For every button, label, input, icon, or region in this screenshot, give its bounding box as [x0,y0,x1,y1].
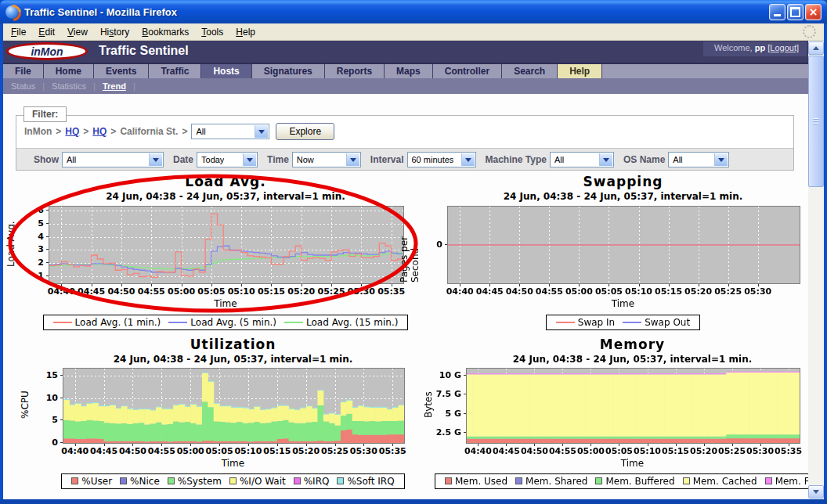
close-icon: × [809,6,818,17]
explore-button[interactable]: Explore [276,123,334,140]
tab-maps[interactable]: Maps [385,64,433,78]
chart-legend: Mem. UsedMem. SharedMem. BufferedMem. Ca… [435,473,808,489]
scroll-down-button[interactable] [808,485,824,499]
x-tick-mark [562,444,563,446]
legend-label: Swap In [578,317,615,328]
x-tick-label: 05:25 [718,446,746,456]
interval-select[interactable]: 60 minutes [407,152,476,167]
menu-bookmarks[interactable]: Bookmarks [135,24,195,40]
chevron-down-icon[interactable] [461,153,475,166]
breadcrumb-link-hq[interactable]: HQ [92,126,107,137]
menu-file[interactable]: File [5,24,32,40]
logout-link[interactable]: [Logout] [767,43,799,52]
chevron-down-icon[interactable] [599,153,612,166]
chevron-down-icon[interactable] [255,125,268,138]
y-tick-label: 5 [16,218,44,229]
filter-panel: Filter: InMon>HQ>HQ>California St.>AllEx… [16,115,794,171]
os-name-select[interactable]: All [668,152,729,167]
date-select-value: Today [201,155,224,164]
x-tick-mark [182,284,182,286]
machine-type-select[interactable]: All [550,152,614,167]
filter-label-os-name: OS Name [623,154,665,165]
y-tick-mark [464,432,466,433]
x-tick-label: 05:00 [577,446,605,456]
x-tick-label: 05:20 [292,446,320,456]
y-tick-label: 10 [30,393,58,403]
chevron-down-icon[interactable] [243,153,256,166]
menu-history[interactable]: History [94,24,135,40]
x-tick-label: 05:25 [318,286,345,297]
inmon-logo: inMon [6,42,88,60]
separator: | [93,81,96,91]
y-tick-mark [46,223,49,224]
scrollbar-thumb[interactable] [808,56,824,187]
legend-label: %System [178,476,222,487]
y-tick-mark [464,394,466,394]
x-tick-mark [590,444,591,446]
tab-events[interactable]: Events [94,64,149,78]
tab-traffic[interactable]: Traffic [149,64,201,78]
x-tick-mark [534,444,535,446]
scroll-up-button[interactable] [808,41,824,55]
minimize-button[interactable] [769,4,785,20]
legend-swap-out: Swap Out [623,317,690,328]
x-tick-label: 05:10 [634,446,661,456]
x-tick-label: 04:45 [78,286,105,297]
tab-file[interactable]: File [3,64,44,78]
tab-controller[interactable]: Controller [433,64,502,78]
tab-home[interactable]: Home [44,64,94,78]
legend-color-swatch [120,477,127,484]
legend-label: Load Avg. (15 min.) [306,317,398,328]
x-tick-label: 05:25 [321,446,348,456]
mem-plot [466,368,800,444]
tab-search[interactable]: Search [502,64,558,78]
x-tick-mark [789,444,789,446]
machine-type-select-value: All [554,155,564,164]
x-tick-mark [121,284,122,286]
x-tick-mark [489,284,490,286]
x-tick-label: 04:55 [536,286,563,297]
x-axis-label: Time [49,298,403,309]
x-tick-label: 04:55 [148,446,175,456]
menu-view[interactable]: View [61,24,94,40]
menu-edit[interactable]: Edit [32,24,61,40]
chevron-down-icon[interactable] [714,153,728,166]
tab-hosts[interactable]: Hosts [201,64,251,78]
tab-signatures[interactable]: Signatures [252,64,325,78]
window-border [0,499,827,504]
x-tick-label: 05:15 [258,286,285,297]
menu-help[interactable]: Help [229,24,262,40]
host-group-select[interactable]: All [191,124,269,139]
maximize-button[interactable] [787,4,804,20]
chart-memory: Memory24 Jun, 04:38 - 24 Jun, 05:37, int… [421,337,808,493]
time-select-value: Now [297,155,314,164]
time-select[interactable]: Now [292,152,361,167]
legend-color-swatch [229,477,237,484]
title-bar[interactable]: Traffic Sentinel - Mozilla Firefox × [0,0,827,23]
tab-help[interactable]: Help [558,64,602,78]
date-select[interactable]: Today [197,152,258,167]
legend-swap-in: Swap In [556,317,615,328]
menu-tools[interactable]: Tools [195,24,229,40]
x-tick-mark [75,444,76,446]
close-button[interactable]: × [805,4,822,20]
legend-i-o-wait: %I/O Wait [229,476,286,487]
subnav-statistics[interactable]: Statistics [52,81,86,91]
x-tick-mark [506,444,507,446]
vertical-scrollbar[interactable] [808,41,824,499]
x-tick-label: 05:35 [379,446,406,456]
tab-reports[interactable]: Reports [325,64,385,78]
subnav-trend[interactable]: Trend [103,81,126,91]
chevron-down-icon[interactable] [346,153,359,166]
subnav-status[interactable]: Status [11,81,35,91]
chevron-down-icon[interactable] [149,153,162,166]
menu-bar-items: FileEditViewHistoryBookmarksToolsHelp [5,24,262,40]
chart-title: Utilization [63,337,403,352]
legend-color-swatch [515,477,522,484]
x-tick-mark [277,444,278,446]
legend-label: %IRQ [304,476,330,487]
arrow-up-icon [813,43,819,50]
breadcrumb-link-hq[interactable]: HQ [65,126,79,137]
y-tick-label: 7.5 G [433,389,461,399]
show-select[interactable]: All [62,152,164,167]
